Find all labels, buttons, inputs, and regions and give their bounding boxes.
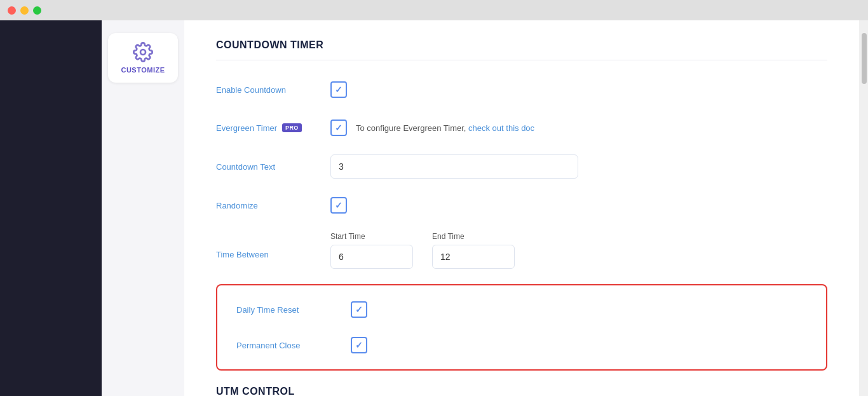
end-time-group: End Time bbox=[432, 232, 515, 269]
sidebar-dark bbox=[0, 20, 102, 396]
customize-nav-item[interactable]: CUSTOMIZE bbox=[108, 33, 177, 83]
time-between-row: Time Between Start Time End Time bbox=[216, 232, 827, 269]
sidebar-customize: CUSTOMIZE bbox=[102, 20, 184, 396]
end-time-input[interactable] bbox=[432, 245, 515, 269]
scrollbar-thumb[interactable] bbox=[862, 33, 867, 84]
evergreen-hint-text: To configure Evergreen Timer, check out … bbox=[356, 123, 534, 133]
permanent-close-label: Permanent Close bbox=[236, 341, 351, 350]
maximize-button[interactable] bbox=[33, 6, 41, 15]
app-container: CUSTOMIZE COUNTDOWN TIMER Enable Countdo… bbox=[0, 20, 868, 396]
pro-badge: PRO bbox=[282, 123, 301, 132]
evergreen-timer-label: Evergreen Timer bbox=[216, 123, 277, 133]
checkmark-icon: ✓ bbox=[335, 123, 342, 133]
permanent-close-row: Permanent Close ✓ bbox=[236, 334, 807, 357]
enable-countdown-row: Enable Countdown ✓ bbox=[216, 78, 827, 101]
start-time-label: Start Time bbox=[330, 232, 413, 241]
evergreen-timer-label-group: Evergreen Timer PRO bbox=[216, 123, 330, 133]
countdown-text-row: Countdown Text bbox=[216, 154, 827, 179]
checkmark-icon: ✓ bbox=[335, 85, 342, 95]
close-button[interactable] bbox=[8, 6, 16, 15]
checkmark-icon: ✓ bbox=[355, 340, 363, 350]
randomize-checkbox[interactable]: ✓ bbox=[330, 197, 347, 214]
evergreen-timer-row: Evergreen Timer PRO ✓ To configure Everg… bbox=[216, 116, 827, 139]
time-between-label: Time Between bbox=[216, 232, 330, 259]
end-time-label: End Time bbox=[432, 232, 515, 241]
start-time-input[interactable] bbox=[330, 245, 413, 269]
main-content: COUNTDOWN TIMER Enable Countdown ✓ Everg… bbox=[184, 20, 859, 396]
daily-time-reset-row: Daily Time Reset ✓ bbox=[236, 298, 807, 321]
daily-time-reset-checkbox[interactable]: ✓ bbox=[351, 301, 367, 318]
evergreen-doc-link[interactable]: check out this doc bbox=[468, 123, 534, 133]
daily-time-reset-label: Daily Time Reset bbox=[236, 305, 351, 315]
countdown-timer-title: COUNTDOWN TIMER bbox=[216, 39, 827, 60]
permanent-close-checkbox[interactable]: ✓ bbox=[351, 337, 367, 353]
time-fields: Start Time End Time bbox=[330, 232, 515, 269]
start-time-group: Start Time bbox=[330, 232, 413, 269]
countdown-text-label: Countdown Text bbox=[216, 162, 330, 172]
svg-point-0 bbox=[140, 50, 146, 55]
customize-label: CUSTOMIZE bbox=[121, 66, 165, 74]
checkmark-icon: ✓ bbox=[355, 304, 363, 315]
scrollbar-track[interactable] bbox=[859, 20, 868, 396]
evergreen-timer-checkbox[interactable]: ✓ bbox=[330, 119, 347, 136]
enable-countdown-label: Enable Countdown bbox=[216, 85, 330, 95]
minimize-button[interactable] bbox=[20, 6, 29, 15]
utm-control-title: UTM CONTROL bbox=[216, 386, 827, 396]
highlight-box: Daily Time Reset ✓ Permanent Close ✓ bbox=[216, 284, 827, 371]
randomize-label: Randomize bbox=[216, 201, 330, 210]
checkmark-icon: ✓ bbox=[335, 200, 342, 210]
gear-icon bbox=[133, 42, 153, 62]
randomize-row: Randomize ✓ bbox=[216, 194, 827, 217]
enable-countdown-checkbox[interactable]: ✓ bbox=[330, 81, 347, 98]
titlebar bbox=[0, 0, 868, 20]
countdown-text-input[interactable] bbox=[330, 154, 578, 179]
